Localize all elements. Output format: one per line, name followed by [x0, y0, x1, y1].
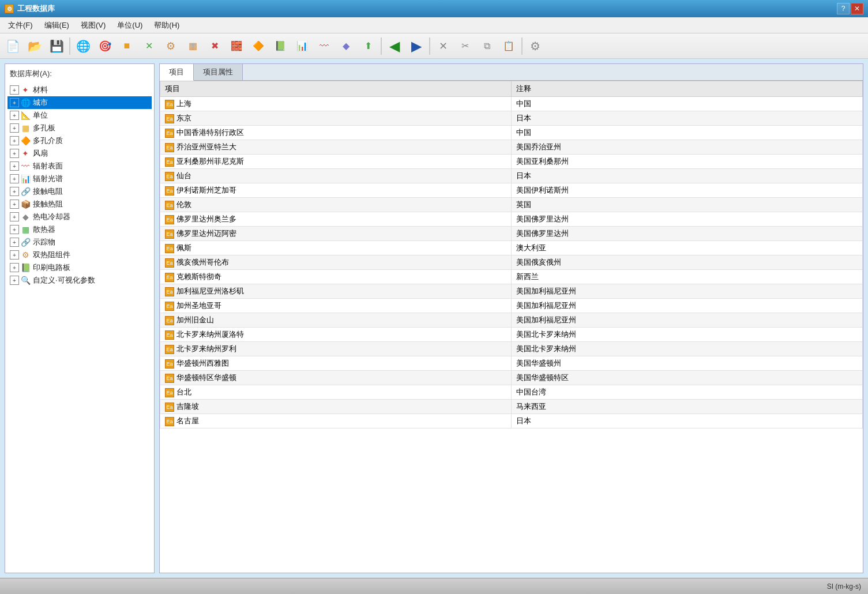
- menu-view[interactable]: 视图(V): [75, 18, 111, 32]
- table-row[interactable]: Ea中国香港特别行政区 中国: [160, 126, 863, 140]
- btn-chart[interactable]: 📊: [292, 36, 313, 57]
- expander-hs[interactable]: +: [10, 225, 19, 234]
- cell-note: 美国华盛顿州: [512, 356, 863, 371]
- btn-gold[interactable]: 🔶: [248, 36, 269, 57]
- expander-pcb[interactable]: +: [10, 263, 19, 272]
- table-row[interactable]: Ea东京 日本: [160, 111, 863, 126]
- table-row[interactable]: Ea华盛顿特区华盛顿 美国华盛顿特区: [160, 371, 863, 385]
- sidebar-item-city[interactable]: + 🌐 城市: [7, 96, 152, 109]
- expander-tracer[interactable]: +: [10, 238, 19, 247]
- menu-edit[interactable]: 编辑(E): [39, 18, 75, 32]
- btn-paste[interactable]: 📋: [498, 36, 519, 57]
- btn-target[interactable]: 🎯: [95, 36, 115, 57]
- table-row[interactable]: Ea佛罗里达州迈阿密 美国佛罗里达州: [160, 227, 863, 241]
- sidebar-item-unit[interactable]: + 📐 单位: [7, 109, 152, 122]
- table-row[interactable]: Ea克赖斯特彻奇 新西兰: [160, 270, 863, 284]
- table-row[interactable]: Ea佛罗里达州奥兰多 美国佛罗里达州: [160, 212, 863, 227]
- btn-open[interactable]: 📂: [24, 36, 45, 57]
- menu-units[interactable]: 单位(U): [111, 18, 148, 32]
- sidebar-item-fan[interactable]: + ✦ 风扇: [7, 147, 152, 160]
- btn-wave[interactable]: 〰: [314, 36, 335, 57]
- btn-up[interactable]: ⬆: [358, 36, 378, 57]
- expander-unit[interactable]: +: [10, 111, 19, 120]
- sidebar-item-perforated-board[interactable]: + ▦ 多孔板: [7, 122, 152, 134]
- expander-cr[interactable]: +: [10, 187, 19, 196]
- expander-dt[interactable]: +: [10, 250, 19, 260]
- sidebar-item-radiation-surface[interactable]: + 〰 辐射表面: [7, 160, 152, 172]
- sidebar-item-pcb[interactable]: + 📗 印刷电路板: [7, 261, 152, 274]
- table-row[interactable]: Ea台北 中国台湾: [160, 385, 863, 400]
- row-icon: Ea: [165, 114, 174, 123]
- close-button[interactable]: ✕: [851, 3, 863, 14]
- table-row[interactable]: Ea北卡罗来纳州罗利 美国北卡罗来纳州: [160, 342, 863, 356]
- btn-copy[interactable]: ⧉: [476, 36, 497, 57]
- row-icon: Ea: [165, 172, 174, 181]
- btn-cut[interactable]: ✂: [454, 36, 475, 57]
- table-row[interactable]: Ea加州旧金山 美国加利福尼亚州: [160, 313, 863, 328]
- table-row[interactable]: Ea佩斯 澳大利亚: [160, 241, 863, 255]
- icon-dt: ⚙: [20, 250, 31, 260]
- expander-fan[interactable]: +: [10, 149, 19, 158]
- btn-new[interactable]: 📄: [2, 36, 23, 57]
- btn-delete[interactable]: ✕: [433, 36, 453, 57]
- btn-brick[interactable]: 🧱: [226, 36, 247, 57]
- tab-items[interactable]: 项目: [160, 64, 194, 81]
- sidebar-item-contact-thermal[interactable]: + 📦 接触热阻: [7, 198, 152, 210]
- btn-green-arrow[interactable]: ◀: [384, 36, 405, 57]
- btn-settings2[interactable]: ⚙: [525, 36, 546, 57]
- menu-file[interactable]: 文件(F): [2, 18, 39, 32]
- separator-1: [69, 37, 70, 55]
- sidebar-item-tracer[interactable]: + 🔗 示踪物: [7, 236, 152, 249]
- table-row[interactable]: Ea仙台 日本: [160, 169, 863, 183]
- table-container[interactable]: 项目 注释 Ea上海 中国 Ea东京 日本 Ea中国香港特别行政区 中国: [160, 81, 863, 573]
- cell-note: 美国北卡罗来纳州: [512, 328, 863, 342]
- sidebar-item-perforated-medium[interactable]: + 🔶 多孔介质: [7, 134, 152, 147]
- btn-box[interactable]: ■: [117, 36, 137, 57]
- sidebar-item-radiation-spectrum[interactable]: + 📊 辐射光谱: [7, 172, 152, 185]
- table-row[interactable]: Ea乔治亚州亚特兰大 美国乔治亚州: [160, 140, 863, 155]
- table-row[interactable]: Ea伦敦 英国: [160, 198, 863, 212]
- sidebar-item-heat-sink[interactable]: + ▦ 散热器: [7, 223, 152, 236]
- table-row[interactable]: Ea华盛顿州西雅图 美国华盛顿州: [160, 356, 863, 371]
- btn-save[interactable]: 💾: [46, 36, 67, 57]
- expander-rsp[interactable]: +: [10, 174, 19, 183]
- btn-calc[interactable]: ✕: [138, 36, 159, 57]
- sidebar-item-custom-visual[interactable]: + 🔍 自定义·可视化参数: [7, 274, 152, 287]
- icon-pcb: 📗: [20, 262, 31, 273]
- sidebar-item-tec[interactable]: + ◆ 热电冷却器: [7, 210, 152, 223]
- status-bar: SI (m-kg-s): [0, 578, 868, 594]
- table-row[interactable]: Ea伊利诺斯州芝加哥 美国伊利诺斯州: [160, 183, 863, 198]
- expander-pb[interactable]: +: [10, 123, 19, 133]
- btn-blue-arrow[interactable]: ▶: [406, 36, 427, 57]
- sidebar-item-contact-resistance[interactable]: + 🔗 接触电阻: [7, 185, 152, 198]
- table-row[interactable]: Ea加州圣地亚哥 美国加利福尼亚州: [160, 299, 863, 313]
- sidebar-item-dual-thermal[interactable]: + ⚙ 双热阻组件: [7, 249, 152, 261]
- cell-note: 日本: [512, 414, 863, 428]
- table-row[interactable]: Ea上海 中国: [160, 97, 863, 111]
- expander-cv[interactable]: +: [10, 276, 19, 285]
- expander-pm[interactable]: +: [10, 136, 19, 145]
- btn-globe[interactable]: 🌐: [73, 36, 93, 57]
- table-row[interactable]: Ea加利福尼亚州洛杉矶 美国加利福尼亚州: [160, 284, 863, 299]
- btn-gear[interactable]: ⚙: [160, 36, 181, 57]
- help-button[interactable]: ?: [837, 3, 850, 14]
- btn-chip[interactable]: 📗: [270, 36, 291, 57]
- expander-rs[interactable]: +: [10, 161, 19, 171]
- table-row[interactable]: Ea吉隆坡 马来西亚: [160, 400, 863, 414]
- cell-name: Ea中国香港特别行政区: [160, 126, 512, 140]
- menu-help[interactable]: 帮助(H): [148, 18, 185, 32]
- btn-diamond[interactable]: ◆: [336, 36, 356, 57]
- btn-grid[interactable]: ▦: [182, 36, 203, 57]
- expander-ct[interactable]: +: [10, 200, 19, 209]
- expander-city[interactable]: +: [10, 98, 19, 107]
- table-row[interactable]: Ea北卡罗来纳州厦洛特 美国北卡罗来纳州: [160, 328, 863, 342]
- table-row[interactable]: Ea俄亥俄州哥伦布 美国俄亥俄州: [160, 255, 863, 270]
- expander-material[interactable]: +: [10, 85, 19, 95]
- table-row[interactable]: Ea亚利桑那州菲尼克斯 美国亚利桑那州: [160, 155, 863, 169]
- cell-name: Ea佛罗里达州迈阿密: [160, 227, 512, 241]
- sidebar-item-material[interactable]: + ✦ 材料: [7, 84, 152, 96]
- table-row[interactable]: Ea名古屋 日本: [160, 414, 863, 428]
- expander-tec[interactable]: +: [10, 212, 19, 221]
- btn-cross[interactable]: ✖: [204, 36, 225, 57]
- tab-item-properties[interactable]: 项目属性: [194, 64, 243, 80]
